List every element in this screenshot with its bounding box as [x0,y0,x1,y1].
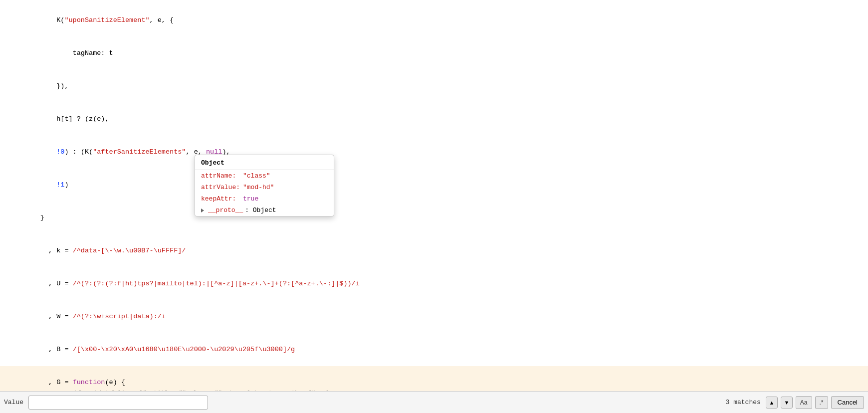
expand-icon [201,208,204,212]
editor-container: K("uponSanitizeElement", e, { tagName: t… [0,0,868,413]
code-line: }), [0,70,868,103]
code-area: K("uponSanitizeElement", e, { tagName: t… [0,0,868,391]
code-line: , U = /^(?:(?:(?:f|ht)tps?|mailto|tel):|… [0,267,868,300]
search-next-button[interactable]: ▼ [781,397,793,409]
tooltip-popup: Object attrName: "class" attrValue: "mod… [195,155,334,216]
cancel-button[interactable]: Cancel [831,396,864,409]
code-line: } [0,202,868,234]
regex-button[interactable]: .* [815,396,828,409]
search-bar: Value 3 matches ▲ ▼ Aa .* Cancel [0,391,868,413]
search-label: Value [4,399,23,406]
code-line: !1) [0,169,868,202]
code-line: tagName: t [0,37,868,70]
tooltip-row: attrValue: "mod-hd" [195,182,334,193]
tooltip-row: attrName: "class" [195,170,334,182]
code-line: !0) : (K("afterSanitizeElements", e, nul… [0,136,868,169]
code-line: h[t] ? (z(e), [0,103,868,136]
tooltip-header: Object [195,155,334,170]
case-sensitive-button[interactable]: Aa [796,396,812,409]
code-line: , B = /[\x00-\x20\xA0\u1680\u180E\u2000-… [0,333,868,366]
code-line: , k = /^data-[\-\w.\u00B7-\uFFFF]/ [0,234,868,267]
search-input[interactable] [28,396,208,410]
tooltip-row: keepAttr: true [195,193,334,205]
code-line: K("uponSanitizeElement", e, { [0,4,868,37]
code-line: , W = /^(?:\w+script|data):/i [0,300,868,333]
search-prev-button[interactable]: ▲ [766,397,778,409]
tooltip-proto-row[interactable]: __proto__ : Object [195,205,334,216]
code-line: , G = function(e) { e = h2.mod-hd {align… [0,366,868,391]
matches-count: 3 matches [726,399,761,406]
